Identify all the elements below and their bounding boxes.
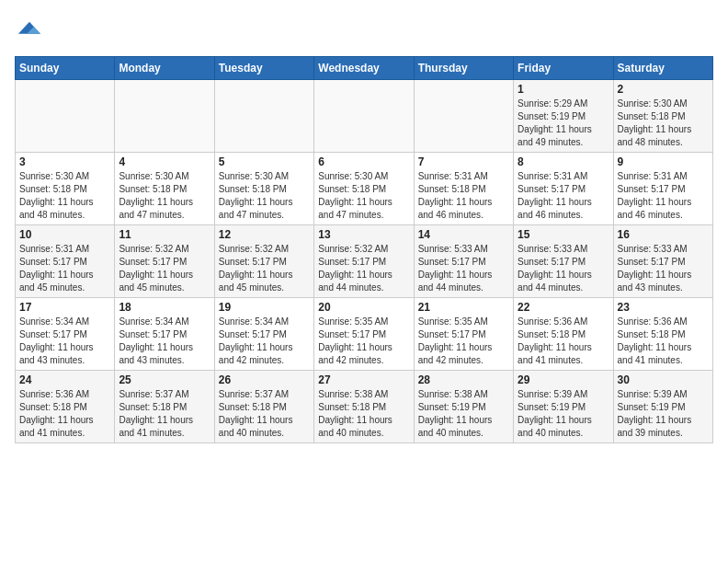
logo [15, 18, 42, 49]
calendar-cell: 12Sunrise: 5:32 AMSunset: 5:17 PMDayligh… [214, 224, 313, 297]
day-info: Sunrise: 5:30 AMSunset: 5:18 PMDaylight:… [318, 170, 409, 222]
day-info: Sunrise: 5:30 AMSunset: 5:18 PMDaylight:… [219, 170, 310, 222]
day-number: 30 [618, 373, 709, 386]
day-info: Sunrise: 5:33 AMSunset: 5:17 PMDaylight:… [618, 243, 709, 294]
day-info: Sunrise: 5:29 AMSunset: 5:19 PMDaylight:… [518, 98, 609, 149]
calendar-cell: 25Sunrise: 5:37 AMSunset: 5:18 PMDayligh… [115, 370, 214, 442]
calendar-cell: 17Sunrise: 5:34 AMSunset: 5:17 PMDayligh… [16, 297, 115, 370]
day-info: Sunrise: 5:38 AMSunset: 5:19 PMDaylight:… [418, 388, 509, 440]
day-number: 3 [19, 155, 110, 168]
page-header [15, 15, 713, 49]
day-info: Sunrise: 5:36 AMSunset: 5:18 PMDaylight:… [618, 316, 709, 367]
weekday-header-saturday: Saturday [613, 56, 712, 79]
day-number: 28 [418, 373, 509, 386]
weekday-header-wednesday: Wednesday [314, 56, 414, 79]
calendar-cell: 2Sunrise: 5:30 AMSunset: 5:18 PMDaylight… [613, 79, 712, 152]
day-number: 17 [19, 301, 110, 314]
day-info: Sunrise: 5:37 AMSunset: 5:18 PMDaylight:… [219, 388, 310, 440]
calendar-cell: 28Sunrise: 5:38 AMSunset: 5:19 PMDayligh… [414, 370, 513, 442]
calendar-week-row: 3Sunrise: 5:30 AMSunset: 5:18 PMDaylight… [16, 152, 713, 224]
calendar-cell: 5Sunrise: 5:30 AMSunset: 5:18 PMDaylight… [214, 152, 313, 224]
day-number: 7 [418, 155, 509, 168]
weekday-header-thursday: Thursday [414, 56, 513, 79]
day-info: Sunrise: 5:34 AMSunset: 5:17 PMDaylight:… [219, 316, 310, 367]
day-number: 29 [518, 373, 609, 386]
day-info: Sunrise: 5:39 AMSunset: 5:19 PMDaylight:… [618, 388, 709, 440]
calendar-cell: 11Sunrise: 5:32 AMSunset: 5:17 PMDayligh… [115, 224, 214, 297]
calendar-week-row: 17Sunrise: 5:34 AMSunset: 5:17 PMDayligh… [16, 297, 713, 370]
calendar-cell [115, 79, 214, 152]
weekday-header-monday: Monday [115, 56, 214, 79]
day-number: 8 [518, 155, 609, 168]
calendar-cell: 7Sunrise: 5:31 AMSunset: 5:18 PMDaylight… [414, 152, 513, 224]
day-info: Sunrise: 5:39 AMSunset: 5:19 PMDaylight:… [518, 388, 609, 440]
calendar-cell: 6Sunrise: 5:30 AMSunset: 5:18 PMDaylight… [314, 152, 414, 224]
calendar-cell: 24Sunrise: 5:36 AMSunset: 5:18 PMDayligh… [16, 370, 115, 442]
day-number: 23 [618, 301, 709, 314]
weekday-header-tuesday: Tuesday [214, 56, 313, 79]
day-number: 19 [219, 301, 310, 314]
day-info: Sunrise: 5:33 AMSunset: 5:17 PMDaylight:… [418, 243, 509, 294]
day-number: 11 [119, 228, 210, 241]
day-info: Sunrise: 5:36 AMSunset: 5:18 PMDaylight:… [518, 316, 609, 367]
day-info: Sunrise: 5:31 AMSunset: 5:17 PMDaylight:… [618, 170, 709, 222]
calendar-cell: 30Sunrise: 5:39 AMSunset: 5:19 PMDayligh… [613, 370, 712, 442]
day-number: 18 [119, 301, 210, 314]
day-number: 26 [219, 373, 310, 386]
day-number: 20 [318, 301, 409, 314]
calendar-cell [414, 79, 513, 152]
day-info: Sunrise: 5:32 AMSunset: 5:17 PMDaylight:… [318, 243, 409, 294]
calendar-cell [314, 79, 414, 152]
calendar-week-row: 10Sunrise: 5:31 AMSunset: 5:17 PMDayligh… [16, 224, 713, 297]
day-info: Sunrise: 5:36 AMSunset: 5:18 PMDaylight:… [19, 388, 110, 440]
calendar-table: SundayMondayTuesdayWednesdayThursdayFrid… [15, 56, 713, 443]
day-number: 21 [418, 301, 509, 314]
calendar-cell: 26Sunrise: 5:37 AMSunset: 5:18 PMDayligh… [214, 370, 313, 442]
day-number: 22 [518, 301, 609, 314]
calendar-week-row: 24Sunrise: 5:36 AMSunset: 5:18 PMDayligh… [16, 370, 713, 442]
weekday-header-sunday: Sunday [16, 56, 115, 79]
calendar-cell: 21Sunrise: 5:35 AMSunset: 5:17 PMDayligh… [414, 297, 513, 370]
calendar-cell: 16Sunrise: 5:33 AMSunset: 5:17 PMDayligh… [613, 224, 712, 297]
logo-icon [17, 18, 42, 44]
calendar-cell [16, 79, 115, 152]
day-number: 16 [618, 228, 709, 241]
calendar-cell: 4Sunrise: 5:30 AMSunset: 5:18 PMDaylight… [115, 152, 214, 224]
day-info: Sunrise: 5:34 AMSunset: 5:17 PMDaylight:… [119, 316, 210, 367]
calendar-cell: 29Sunrise: 5:39 AMSunset: 5:19 PMDayligh… [514, 370, 613, 442]
calendar-cell: 3Sunrise: 5:30 AMSunset: 5:18 PMDaylight… [16, 152, 115, 224]
day-info: Sunrise: 5:35 AMSunset: 5:17 PMDaylight:… [418, 316, 509, 367]
calendar-cell [214, 79, 313, 152]
calendar-cell: 22Sunrise: 5:36 AMSunset: 5:18 PMDayligh… [514, 297, 613, 370]
calendar-cell: 18Sunrise: 5:34 AMSunset: 5:17 PMDayligh… [115, 297, 214, 370]
weekday-header-row: SundayMondayTuesdayWednesdayThursdayFrid… [16, 56, 713, 79]
day-info: Sunrise: 5:31 AMSunset: 5:18 PMDaylight:… [418, 170, 509, 222]
day-info: Sunrise: 5:33 AMSunset: 5:17 PMDaylight:… [518, 243, 609, 294]
day-number: 24 [19, 373, 110, 386]
day-number: 13 [318, 228, 409, 241]
calendar-week-row: 1Sunrise: 5:29 AMSunset: 5:19 PMDaylight… [16, 79, 713, 152]
day-info: Sunrise: 5:31 AMSunset: 5:17 PMDaylight:… [19, 243, 110, 294]
day-info: Sunrise: 5:31 AMSunset: 5:17 PMDaylight:… [518, 170, 609, 222]
calendar-cell: 27Sunrise: 5:38 AMSunset: 5:18 PMDayligh… [314, 370, 414, 442]
calendar-cell: 23Sunrise: 5:36 AMSunset: 5:18 PMDayligh… [613, 297, 712, 370]
calendar-cell: 9Sunrise: 5:31 AMSunset: 5:17 PMDaylight… [613, 152, 712, 224]
calendar-cell: 8Sunrise: 5:31 AMSunset: 5:17 PMDaylight… [514, 152, 613, 224]
day-info: Sunrise: 5:30 AMSunset: 5:18 PMDaylight:… [618, 98, 709, 149]
day-number: 1 [518, 83, 609, 96]
day-number: 4 [119, 155, 210, 168]
weekday-header-friday: Friday [514, 56, 613, 79]
day-number: 25 [119, 373, 210, 386]
calendar-cell: 1Sunrise: 5:29 AMSunset: 5:19 PMDaylight… [514, 79, 613, 152]
day-number: 12 [219, 228, 310, 241]
calendar-cell: 10Sunrise: 5:31 AMSunset: 5:17 PMDayligh… [16, 224, 115, 297]
day-number: 2 [618, 83, 709, 96]
day-info: Sunrise: 5:38 AMSunset: 5:18 PMDaylight:… [318, 388, 409, 440]
day-info: Sunrise: 5:32 AMSunset: 5:17 PMDaylight:… [219, 243, 310, 294]
calendar-cell: 15Sunrise: 5:33 AMSunset: 5:17 PMDayligh… [514, 224, 613, 297]
day-number: 6 [318, 155, 409, 168]
day-info: Sunrise: 5:32 AMSunset: 5:17 PMDaylight:… [119, 243, 210, 294]
day-number: 10 [19, 228, 110, 241]
day-info: Sunrise: 5:30 AMSunset: 5:18 PMDaylight:… [119, 170, 210, 222]
calendar-cell: 19Sunrise: 5:34 AMSunset: 5:17 PMDayligh… [214, 297, 313, 370]
